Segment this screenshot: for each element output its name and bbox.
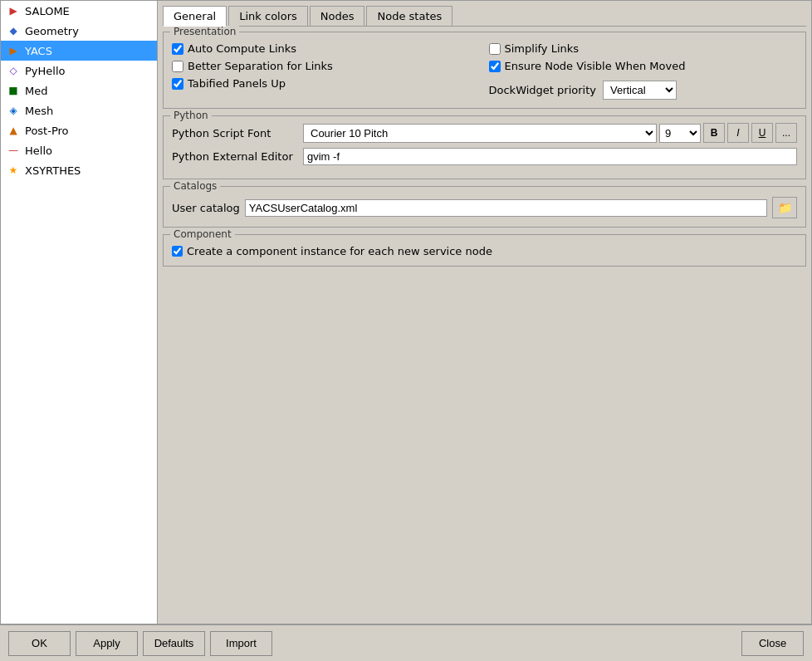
import-button[interactable]: Import	[210, 631, 272, 656]
sidebar-item-xsyrthes[interactable]: ★XSYRTHES	[1, 160, 157, 180]
checkbox-tabified: Tabified Panels Up	[172, 77, 481, 90]
browse-button[interactable]: 📁	[772, 197, 797, 218]
font-label: Python Script Font	[172, 127, 296, 140]
ok-button[interactable]: OK	[8, 631, 71, 656]
postpro-icon: ▲	[6, 123, 21, 138]
editor-row: Python External Editor	[172, 148, 797, 165]
presentation-title: Presentation	[170, 26, 239, 37]
content-panel: GeneralLink colorsNodesNode states Prese…	[158, 0, 812, 624]
sidebar-label-salome: SALOME	[25, 5, 70, 17]
auto-compute-checkbox[interactable]	[172, 43, 183, 55]
better-sep-label: Better Separation for Links	[188, 60, 333, 72]
presentation-checkboxes: Auto Compute LinksBetter Separation for …	[172, 42, 797, 100]
component-section: Component Create a component instance fo…	[163, 234, 806, 267]
sidebar-item-pyhello[interactable]: ◇PyHello	[1, 61, 157, 81]
python-title: Python	[170, 110, 212, 121]
bottom-bar: OK Apply Defaults Import Close	[0, 624, 812, 661]
catalog-row: User catalog 📁	[172, 197, 797, 218]
component-title: Component	[170, 228, 235, 240]
sidebar: ▶SALOME◆Geometry▶YACS◇PyHello■Med◈Mesh▲P…	[0, 0, 158, 624]
salome-icon: ▶	[6, 3, 21, 18]
med-icon: ■	[6, 83, 21, 98]
sidebar-label-xsyrthes: XSYRTHES	[25, 164, 81, 177]
sidebar-item-geometry[interactable]: ◆Geometry	[1, 21, 157, 41]
sidebar-item-postpro[interactable]: ▲Post-Pro	[1, 120, 157, 140]
dockwidget-row: DockWidget priority VerticalHorizontalAu…	[489, 81, 798, 100]
component-checkbox[interactable]	[172, 246, 183, 257]
user-catalog-label: User catalog	[172, 202, 240, 214]
close-button[interactable]: Close	[741, 631, 804, 656]
sidebar-label-pyhello: PyHello	[25, 65, 65, 77]
font-row: Python Script Font Courier 10 Pitch 8910…	[172, 123, 797, 143]
font-select[interactable]: Courier 10 Pitch	[303, 124, 657, 143]
font-size-select[interactable]: 8910111214	[659, 124, 701, 143]
checkboxes-left: Auto Compute LinksBetter Separation for …	[172, 42, 481, 100]
better-sep-checkbox[interactable]	[172, 61, 183, 72]
tabified-label: Tabified Panels Up	[188, 77, 286, 90]
dockwidget-label: DockWidget priority	[489, 84, 596, 96]
catalogs-section: Catalogs User catalog 📁	[163, 186, 806, 228]
tab-bar: GeneralLink colorsNodesNode states	[163, 6, 806, 27]
python-section: Python Python Script Font Courier 10 Pit…	[163, 115, 806, 179]
tab-general[interactable]: General	[163, 6, 227, 27]
defaults-button[interactable]: Defaults	[143, 631, 205, 656]
tabified-checkbox[interactable]	[172, 78, 183, 90]
tab-node-states[interactable]: Node states	[366, 6, 452, 26]
underline-button[interactable]: U	[751, 123, 773, 143]
checkbox-better-sep: Better Separation for Links	[172, 60, 481, 72]
simplify-label: Simplify Links	[505, 42, 580, 55]
tab-link-colors[interactable]: Link colors	[228, 6, 308, 26]
sidebar-label-med: Med	[25, 85, 47, 97]
editor-label: Python External Editor	[172, 150, 296, 163]
xsyrthes-icon: ★	[6, 163, 21, 178]
sidebar-item-salome[interactable]: ▶SALOME	[1, 1, 157, 21]
auto-compute-label: Auto Compute Links	[188, 42, 296, 55]
italic-button[interactable]: I	[727, 123, 749, 143]
font-controls: Courier 10 Pitch 8910111214 B I U ...	[303, 123, 797, 143]
sidebar-item-mesh[interactable]: ◈Mesh	[1, 100, 157, 120]
sidebar-label-postpro: Post-Pro	[25, 125, 69, 137]
component-row: Create a component instance for each new…	[172, 245, 797, 257]
bold-button[interactable]: B	[703, 123, 725, 143]
checkbox-auto-compute: Auto Compute Links	[172, 42, 481, 55]
sidebar-label-geometry: Geometry	[25, 25, 79, 37]
sidebar-label-yacs: YACS	[25, 45, 52, 57]
geometry-icon: ◆	[6, 23, 21, 38]
checkboxes-right: Simplify LinksEnsure Node Visible When M…	[489, 42, 798, 100]
ensure-visible-label: Ensure Node Visible When Moved	[505, 60, 686, 72]
sidebar-label-hello: Hello	[25, 144, 52, 157]
sidebar-item-yacs[interactable]: ▶YACS	[1, 41, 157, 61]
tab-nodes[interactable]: Nodes	[310, 6, 365, 26]
yacs-icon: ▶	[6, 43, 21, 58]
catalogs-title: Catalogs	[170, 180, 220, 192]
mesh-icon: ◈	[6, 103, 21, 118]
sidebar-item-hello[interactable]: —Hello	[1, 140, 157, 160]
sidebar-item-med[interactable]: ■Med	[1, 81, 157, 100]
component-label: Create a component instance for each new…	[187, 245, 492, 257]
editor-input[interactable]	[303, 148, 797, 165]
sidebar-label-mesh: Mesh	[25, 105, 53, 117]
presentation-section: Presentation Auto Compute LinksBetter Se…	[163, 32, 806, 109]
ensure-visible-checkbox[interactable]	[489, 61, 501, 72]
checkbox-simplify: Simplify Links	[489, 42, 798, 55]
apply-button[interactable]: Apply	[76, 631, 138, 656]
more-font-button[interactable]: ...	[775, 123, 797, 143]
simplify-checkbox[interactable]	[489, 43, 501, 55]
dockwidget-select[interactable]: VerticalHorizontalAuto	[603, 81, 677, 100]
checkbox-ensure-visible: Ensure Node Visible When Moved	[489, 60, 798, 72]
user-catalog-input[interactable]	[245, 199, 767, 217]
pyhello-icon: ◇	[6, 63, 21, 78]
hello-icon: —	[6, 143, 21, 158]
